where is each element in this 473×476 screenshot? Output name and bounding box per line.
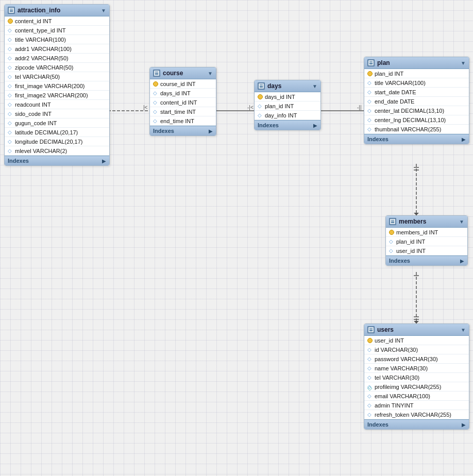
field-first-image: first_image VARCHAR(200) bbox=[5, 81, 109, 91]
field-text-thumbnail: thumbnail VARCHAR(255) bbox=[375, 126, 441, 132]
field-text-addr1: addr1 VARCHAR(100) bbox=[15, 46, 72, 52]
table-icon-plan bbox=[367, 59, 375, 66]
diamond-icon-content-type-id bbox=[8, 28, 13, 33]
field-text-refresh-token: refresh_token VARCHAR(255) bbox=[375, 412, 451, 418]
table-header-members[interactable]: members ▼ bbox=[386, 216, 467, 228]
field-tel-users: tel VARCHAR(30) bbox=[364, 373, 469, 382]
diamond-icon-readcount bbox=[8, 102, 13, 107]
users-arrow[interactable]: ▼ bbox=[461, 327, 466, 333]
field-text-name: name VARCHAR(30) bbox=[375, 365, 428, 371]
diamond-icon-title bbox=[8, 37, 13, 42]
plan-arrow[interactable]: ▼ bbox=[461, 60, 466, 66]
field-text-center-lat: center_lat DECIMAL(13,10) bbox=[375, 108, 444, 114]
indexes-days[interactable]: Indexes ▶ bbox=[255, 120, 320, 130]
field-text-gugun-code: gugun_code INT bbox=[15, 120, 57, 126]
table-icon-course bbox=[153, 70, 160, 77]
field-text-plan-id-members: plan_id INT bbox=[396, 239, 425, 245]
indexes-course[interactable]: Indexes ▶ bbox=[150, 126, 216, 135]
course-arrow[interactable]: ▼ bbox=[208, 71, 213, 76]
field-text-plan-id: plan_id INT bbox=[375, 71, 403, 77]
diamond-icon-plan-title bbox=[367, 80, 373, 86]
diamond-icon-start-date bbox=[367, 90, 373, 95]
field-email: email VARCHAR(100) bbox=[364, 392, 469, 401]
field-user-id-members: user_id INT bbox=[386, 246, 467, 256]
field-text-longitude: longitude DECIMAL(20,17) bbox=[15, 139, 82, 145]
indexes-arrow-users: ▶ bbox=[462, 422, 466, 428]
field-text-title: title VARCHAR(100) bbox=[15, 37, 66, 43]
field-text-readcount: readcount INT bbox=[15, 101, 51, 108]
users-title: users bbox=[377, 326, 458, 333]
diamond-icon-end-date bbox=[367, 99, 373, 104]
diamond-icon-tel-users bbox=[367, 375, 373, 380]
field-text-admin: admin TINYINT bbox=[375, 402, 414, 409]
indexes-label-attraction-info: Indexes bbox=[8, 158, 29, 164]
field-text-end-date: end_date DATE bbox=[375, 98, 414, 105]
field-text-email: email VARCHAR(100) bbox=[375, 393, 430, 399]
field-text-members-id: members_id INT bbox=[396, 229, 438, 235]
field-text-first-image2: first_image2 VARCHAR(200) bbox=[15, 92, 88, 98]
diamond-icon-addr2 bbox=[8, 56, 13, 61]
field-content-id: content_id INT bbox=[5, 16, 109, 26]
diamond-icon-latitude bbox=[8, 130, 13, 135]
key-icon-days-id bbox=[258, 94, 263, 99]
indexes-arrow-course: ▶ bbox=[209, 128, 213, 134]
field-text-password: password VARCHAR(30) bbox=[375, 356, 438, 362]
course-title: course bbox=[163, 70, 205, 77]
diamond-icon-plan-id-members bbox=[389, 239, 394, 244]
table-header-attraction-info[interactable]: attraction_info ▼ bbox=[5, 5, 109, 16]
field-readcount: readcount INT bbox=[5, 100, 109, 109]
diamond-icon-password bbox=[367, 356, 373, 362]
field-day-info: day_info INT bbox=[255, 111, 320, 120]
table-header-plan[interactable]: plan ▼ bbox=[364, 57, 469, 69]
field-text-plan-title: title VARCHAR(100) bbox=[375, 80, 426, 86]
diamond-icon-content-id-course bbox=[153, 100, 158, 105]
key-icon-user-id bbox=[367, 338, 373, 343]
diamond-icon-mlevel bbox=[8, 148, 13, 154]
field-text-content-type-id: content_type_id INT bbox=[15, 27, 65, 33]
field-name: name VARCHAR(30) bbox=[364, 364, 469, 373]
field-end-date: end_date DATE bbox=[364, 97, 469, 106]
field-latitude: latitude DECIMAL(20,17) bbox=[5, 128, 109, 137]
diamond-icon-longitude bbox=[8, 139, 13, 144]
diamond-icon-start-time bbox=[153, 109, 158, 114]
field-members-id: members_id INT bbox=[386, 228, 467, 237]
table-icon-days bbox=[258, 82, 265, 90]
field-user-id: user_id INT bbox=[364, 336, 469, 345]
svg-rect-26 bbox=[391, 219, 395, 224]
field-text-sido-code: sido_code INT bbox=[15, 111, 52, 117]
field-tel: tel VARCHAR(50) bbox=[5, 72, 109, 81]
field-text-addr2: addr2 VARCHAR(50) bbox=[15, 55, 69, 61]
field-plan-title: title VARCHAR(100) bbox=[364, 78, 469, 88]
field-text-day-info: day_info INT bbox=[265, 112, 297, 118]
field-text-start-time: start_time INT bbox=[160, 109, 196, 115]
diamond-icon-email bbox=[367, 394, 373, 399]
diamond-icon-addr1 bbox=[8, 46, 13, 52]
field-text-user-id: user_id INT bbox=[375, 337, 404, 344]
indexes-plan[interactable]: Indexes ▶ bbox=[364, 134, 469, 144]
field-text-course-id: course_id INT bbox=[160, 81, 195, 87]
svg-rect-24 bbox=[369, 61, 373, 65]
indexes-arrow-days: ▶ bbox=[313, 123, 317, 128]
indexes-attraction-info[interactable]: Indexes ▶ bbox=[5, 156, 109, 165]
field-profileimg: ◇ profileimg VARCHAR(255) bbox=[364, 382, 469, 392]
table-header-course[interactable]: course ▼ bbox=[150, 67, 216, 79]
table-icon-members bbox=[389, 218, 396, 225]
field-plan-id: plan_id INT bbox=[364, 69, 469, 78]
field-days-id: days_id INT bbox=[255, 92, 320, 101]
indexes-members[interactable]: Indexes ▶ bbox=[386, 256, 467, 265]
table-days: days ▼ days_id INT plan_id INT day_info … bbox=[254, 80, 321, 130]
diamond-icon-name bbox=[367, 366, 373, 371]
diamond-icon-zipcode bbox=[8, 65, 13, 70]
field-addr1: addr1 VARCHAR(100) bbox=[5, 44, 109, 54]
indexes-arrow-attraction-info: ▶ bbox=[102, 158, 106, 164]
days-arrow[interactable]: ▼ bbox=[312, 83, 317, 89]
indexes-users[interactable]: Indexes ▶ bbox=[364, 419, 469, 429]
members-arrow[interactable]: ▼ bbox=[459, 219, 464, 225]
table-members: members ▼ members_id INT plan_id INT use… bbox=[385, 215, 468, 266]
field-longitude: longitude DECIMAL(20,17) bbox=[5, 137, 109, 146]
table-header-users[interactable]: users ▼ bbox=[364, 324, 469, 336]
field-content-type-id: content_type_id INT bbox=[5, 26, 109, 35]
attraction-info-arrow[interactable]: ▼ bbox=[101, 8, 106, 13]
table-header-days[interactable]: days ▼ bbox=[255, 80, 320, 92]
diamond-icon-user-id-members bbox=[389, 248, 394, 253]
